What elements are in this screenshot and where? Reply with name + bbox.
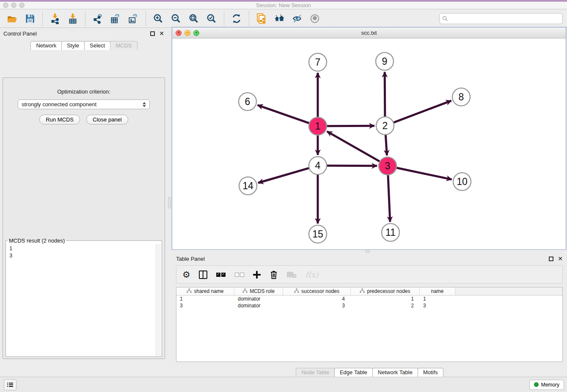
- table-cell[interactable]: 3: [420, 302, 455, 309]
- graph-edges[interactable]: [258, 72, 452, 224]
- select-all-columns-icon[interactable]: [216, 273, 226, 277]
- zoom-fit-icon[interactable]: [187, 12, 200, 25]
- graph-node-label: 6: [245, 96, 250, 107]
- table-row[interactable]: 3dominator323: [176, 302, 562, 309]
- graph-node-14[interactable]: 14: [239, 177, 257, 195]
- table-cell[interactable]: 3: [283, 302, 351, 309]
- clone-network-icon[interactable]: [255, 12, 268, 25]
- import-table-icon[interactable]: [66, 12, 79, 25]
- graph-edge-4-3[interactable]: [327, 166, 377, 166]
- graph-node-10[interactable]: 10: [453, 173, 471, 190]
- column-header-shared-name[interactable]: shared name: [176, 287, 234, 295]
- column-header-successor-nodes[interactable]: successor nodes: [283, 287, 351, 295]
- tab-network[interactable]: Network: [30, 41, 62, 50]
- close-network-icon[interactable]: ✕: [176, 30, 182, 36]
- zoom-in-icon[interactable]: [152, 12, 165, 25]
- network-graph-canvas[interactable]: 7968124314101511: [172, 39, 566, 249]
- hide-details-icon[interactable]: [291, 12, 303, 25]
- table-cell[interactable]: dominator: [234, 302, 283, 309]
- graph-edge-2-3[interactable]: [385, 135, 387, 155]
- column-header-MCDS-role[interactable]: MCDS role: [234, 287, 283, 295]
- add-column-icon[interactable]: [253, 271, 261, 279]
- column-header-label: shared name: [194, 288, 223, 294]
- graph-node-7[interactable]: 7: [309, 53, 327, 71]
- tab-mcds[interactable]: MCDS: [110, 41, 137, 50]
- graph-edge-2-8[interactable]: [394, 101, 451, 123]
- delete-column-icon[interactable]: [269, 270, 278, 280]
- export-network-icon[interactable]: [91, 12, 104, 25]
- graph-edge-2-9[interactable]: [385, 72, 385, 117]
- table-cell[interactable]: 2: [351, 302, 420, 309]
- graph-edge-3-1[interactable]: [327, 131, 380, 161]
- save-session-icon[interactable]: [24, 12, 36, 25]
- graph-node-11[interactable]: 11: [382, 224, 399, 241]
- table-cell[interactable]: dominator: [234, 295, 283, 302]
- graph-node-6[interactable]: 6: [239, 93, 256, 110]
- zoom-out-icon[interactable]: [170, 12, 182, 25]
- tab-edge-table[interactable]: Edge Table: [334, 368, 373, 377]
- graph-edge-1-2[interactable]: [327, 126, 374, 126]
- column-type-icon: [242, 288, 248, 295]
- open-session-icon[interactable]: [6, 12, 19, 25]
- close-panel-icon[interactable]: ✕: [159, 30, 164, 37]
- graph-node-3[interactable]: 3: [379, 157, 396, 175]
- tab-motifs[interactable]: Motifs: [418, 368, 443, 377]
- graph-node-2[interactable]: 2: [376, 117, 394, 135]
- table-settings-gear-icon[interactable]: ⚙: [182, 270, 190, 280]
- search-input[interactable]: [448, 15, 560, 22]
- unselect-all-columns-icon[interactable]: [234, 273, 245, 277]
- float-panel-icon[interactable]: [150, 31, 155, 36]
- minimize-network-icon[interactable]: −: [184, 30, 190, 36]
- graph-node-8[interactable]: 8: [452, 88, 470, 106]
- graph-node-9[interactable]: 9: [376, 52, 394, 70]
- column-header-name[interactable]: name: [420, 287, 455, 295]
- table-panel-tabs: Node TableEdge TableNetwork TableMotifs: [172, 368, 567, 377]
- tab-style[interactable]: Style: [61, 41, 85, 50]
- table-cell[interactable]: 3: [176, 302, 234, 309]
- column-header-predecessor-nodes[interactable]: predecessor nodes: [351, 287, 420, 295]
- node-table: shared nameMCDS rolesuccessor nodesprede…: [176, 287, 563, 362]
- close-table-panel-icon[interactable]: ✕: [558, 255, 563, 262]
- graph-node-1[interactable]: 1: [309, 117, 327, 135]
- run-mcds-button[interactable]: Run MCDS: [39, 115, 80, 124]
- table-cell[interactable]: 1: [420, 295, 455, 302]
- show-columns-icon[interactable]: [199, 271, 207, 279]
- search-box[interactable]: [439, 13, 563, 24]
- tab-select[interactable]: Select: [84, 41, 110, 50]
- zoom-selected-icon[interactable]: [205, 12, 218, 25]
- table-cell[interactable]: 1: [351, 295, 420, 302]
- tab-network-table[interactable]: Network Table: [372, 368, 418, 377]
- splitter-grip[interactable]: [366, 250, 370, 253]
- mcds-result-text[interactable]: 1 3: [6, 244, 155, 356]
- graph-edge-4-14[interactable]: [258, 168, 309, 183]
- result-scrollbar[interactable]: [156, 244, 161, 356]
- graph-edge-3-11[interactable]: [388, 175, 390, 222]
- maximize-network-icon[interactable]: +: [193, 30, 199, 36]
- float-table-panel-icon[interactable]: [549, 257, 553, 261]
- horizontal-splitter[interactable]: [172, 250, 567, 253]
- task-history-button[interactable]: [4, 379, 17, 390]
- graph-node-15[interactable]: 15: [309, 225, 327, 243]
- network-window-titlebar[interactable]: scc.txt ✕ − +: [172, 28, 566, 39]
- home-icon[interactable]: [273, 12, 286, 25]
- import-network-icon[interactable]: [49, 12, 61, 25]
- splitter-grip[interactable]: [168, 197, 171, 208]
- graph-edge-3-10[interactable]: [396, 168, 452, 179]
- table-cell[interactable]: 4: [283, 295, 351, 302]
- graph-edge-1-6[interactable]: [258, 105, 310, 123]
- optimization-select[interactable]: strongly connected component: [18, 99, 150, 109]
- vertical-splitter[interactable]: [168, 28, 172, 377]
- memory-button[interactable]: Memory: [529, 380, 564, 390]
- graph-node-label: 11: [385, 227, 396, 238]
- tab-node-table[interactable]: Node Table: [296, 368, 335, 377]
- close-panel-button[interactable]: Close panel: [86, 115, 128, 124]
- table-row[interactable]: 1dominator411: [176, 295, 562, 302]
- export-image-icon[interactable]: [127, 12, 140, 25]
- eye-icon[interactable]: [308, 12, 321, 25]
- table-cell[interactable]: 1: [176, 295, 234, 302]
- refresh-icon[interactable]: [230, 12, 243, 25]
- list-icon: [7, 382, 13, 387]
- export-table-icon[interactable]: [109, 12, 122, 25]
- graph-node-4[interactable]: 4: [309, 157, 327, 174]
- node-table-header-row: shared nameMCDS rolesuccessor nodesprede…: [176, 287, 562, 295]
